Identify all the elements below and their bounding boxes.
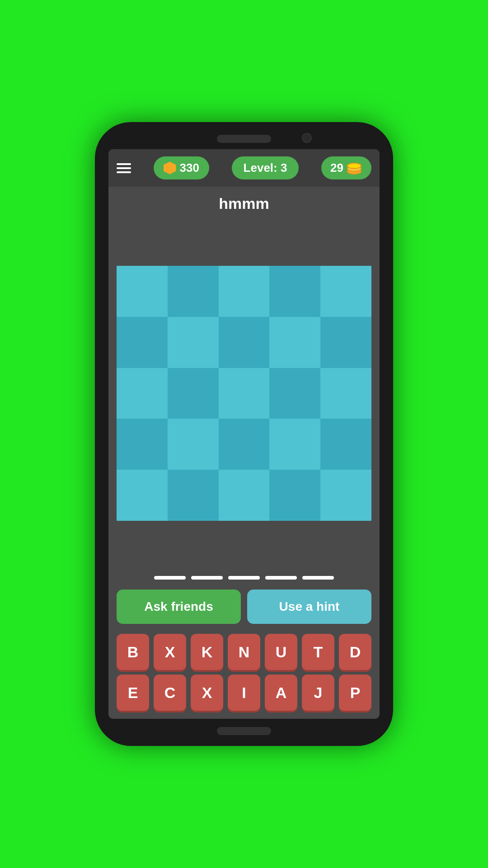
grid-cell[interactable] xyxy=(269,266,320,317)
grid-cell[interactable] xyxy=(320,368,371,419)
grid-cell[interactable] xyxy=(168,470,219,521)
answer-blank xyxy=(228,576,260,580)
grid-cell[interactable] xyxy=(117,317,168,368)
score-value: 330 xyxy=(180,161,199,175)
grid-cell[interactable] xyxy=(269,368,320,419)
grid-cell[interactable] xyxy=(168,368,219,419)
grid-cell[interactable] xyxy=(117,470,168,521)
speaker xyxy=(217,135,271,143)
answer-blank xyxy=(265,576,297,580)
answer-blank xyxy=(154,576,186,580)
key-a[interactable]: A xyxy=(265,675,297,711)
grid-cell[interactable] xyxy=(320,470,371,521)
level-badge: Level: 3 xyxy=(232,156,299,179)
answer-blank xyxy=(302,576,334,580)
keyboard-row-2: ECXIAJP xyxy=(115,675,373,711)
key-p[interactable]: P xyxy=(339,675,371,711)
grid-cell[interactable] xyxy=(219,419,270,470)
gem-icon xyxy=(164,162,176,175)
grid-cell[interactable] xyxy=(168,266,219,317)
key-k[interactable]: K xyxy=(191,634,223,670)
key-c[interactable]: C xyxy=(154,675,186,711)
key-e[interactable]: E xyxy=(117,675,149,711)
phone-frame: 330 Level: 3 29 hmmm xyxy=(95,122,393,746)
coin-icon xyxy=(347,162,362,175)
key-d[interactable]: D xyxy=(339,634,371,670)
grid-cell[interactable] xyxy=(117,368,168,419)
grid-cell[interactable] xyxy=(269,317,320,368)
key-b[interactable]: B xyxy=(117,634,149,670)
puzzle-grid xyxy=(117,266,371,521)
grid-cell[interactable] xyxy=(269,470,320,521)
grid-cell[interactable] xyxy=(320,419,371,470)
keyboard: BXKNUTD ECXIAJP xyxy=(108,629,380,719)
grid-cell[interactable] xyxy=(320,266,371,317)
use-hint-button[interactable]: Use a hint xyxy=(247,590,371,624)
key-n[interactable]: N xyxy=(228,634,260,670)
grid-cell[interactable] xyxy=(168,317,219,368)
action-buttons: Ask friends Use a hint xyxy=(108,584,380,629)
key-x[interactable]: X xyxy=(191,675,223,711)
level-text: Level: 3 xyxy=(244,161,287,175)
grid-cell[interactable] xyxy=(269,419,320,470)
score-badge: 330 xyxy=(154,156,209,179)
menu-button[interactable] xyxy=(117,163,131,173)
grid-container xyxy=(108,217,380,570)
home-button[interactable] xyxy=(217,727,271,735)
key-u[interactable]: U xyxy=(265,634,297,670)
grid-cell[interactable] xyxy=(219,368,270,419)
coins-value: 29 xyxy=(330,161,343,175)
grid-cell[interactable] xyxy=(117,266,168,317)
grid-cell[interactable] xyxy=(320,317,371,368)
answer-blank xyxy=(191,576,223,580)
ask-friends-button[interactable]: Ask friends xyxy=(117,590,241,624)
coins-badge: 29 xyxy=(321,156,371,179)
grid-cell[interactable] xyxy=(117,419,168,470)
key-x[interactable]: X xyxy=(154,634,186,670)
grid-cell[interactable] xyxy=(219,470,270,521)
grid-cell[interactable] xyxy=(168,419,219,470)
key-t[interactable]: T xyxy=(302,634,334,670)
word-label-area: hmmm xyxy=(108,187,380,217)
header: 330 Level: 3 29 xyxy=(108,149,380,187)
word-text: hmmm xyxy=(219,195,269,212)
grid-cell[interactable] xyxy=(219,317,270,368)
grid-cell[interactable] xyxy=(219,266,270,317)
answer-area xyxy=(108,570,380,584)
key-i[interactable]: I xyxy=(228,675,260,711)
keyboard-row-1: BXKNUTD xyxy=(115,634,373,670)
key-j[interactable]: J xyxy=(302,675,334,711)
screen: 330 Level: 3 29 hmmm xyxy=(108,149,380,719)
camera xyxy=(302,133,312,143)
